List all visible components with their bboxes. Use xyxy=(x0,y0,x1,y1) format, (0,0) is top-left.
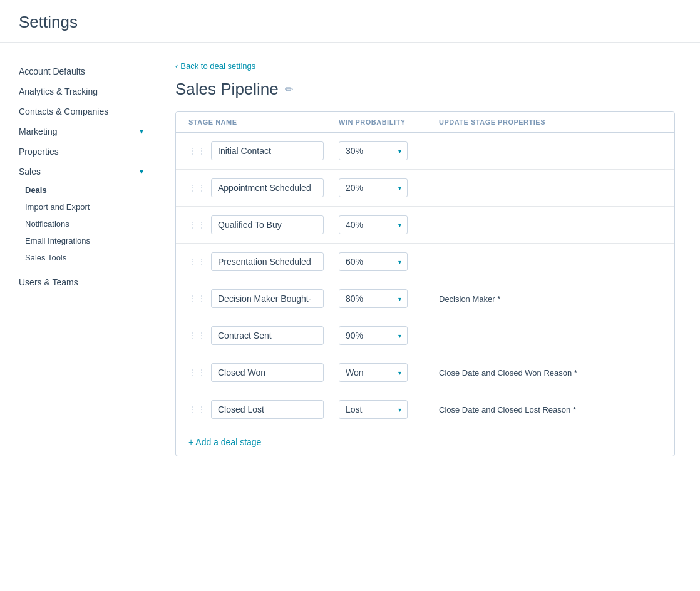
stage-name-input[interactable] xyxy=(211,252,324,271)
stage-name-input[interactable] xyxy=(211,326,324,345)
col-stage-name: STAGE NAME xyxy=(188,118,339,126)
sidebar-item-account-defaults[interactable]: Account Defaults xyxy=(13,61,150,81)
sidebar: Account Defaults Analytics & Tracking Co… xyxy=(0,43,150,590)
table-row: ⋮⋮ 40% ▾ xyxy=(176,207,674,244)
chevron-down-icon: ▾ xyxy=(140,127,143,136)
win-probability-cell: 90% ▾ xyxy=(339,326,439,345)
win-probability-cell: Lost ▾ xyxy=(339,400,439,419)
win-probability-cell: 40% ▾ xyxy=(339,215,439,234)
table-header: STAGE NAME WIN PROBABILITY UPDATE STAGE … xyxy=(176,112,674,133)
table-row: ⋮⋮ 20% ▾ xyxy=(176,170,674,207)
pipeline-table: STAGE NAME WIN PROBABILITY UPDATE STAGE … xyxy=(175,111,675,456)
stage-name-input[interactable] xyxy=(211,400,324,419)
sidebar-item-sales[interactable]: Sales ▾ xyxy=(13,162,150,182)
app-title: Settings xyxy=(19,13,681,32)
table-row: ⋮⋮ 90% ▾ xyxy=(176,317,674,354)
probability-select[interactable]: 90% xyxy=(339,326,408,345)
add-stage-link[interactable]: + Add a deal stage xyxy=(188,437,261,447)
edit-icon[interactable]: ✏ xyxy=(285,83,293,95)
drag-handle-icon[interactable]: ⋮⋮ xyxy=(188,257,206,267)
sidebar-sub-item-sales-tools[interactable]: Sales Tools xyxy=(13,249,150,266)
table-row: ⋮⋮ 60% ▾ xyxy=(176,244,674,280)
drag-handle-icon[interactable]: ⋮⋮ xyxy=(188,404,206,414)
sidebar-item-marketing[interactable]: Marketing ▾ xyxy=(13,121,150,141)
table-row: ⋮⋮ Won ▾ Close Date and Closed Won Reaso… xyxy=(176,354,674,391)
stage-name-input[interactable] xyxy=(211,363,324,382)
chevron-down-icon: ▾ xyxy=(140,167,143,176)
probability-select[interactable]: Won xyxy=(339,363,408,382)
probability-select-wrapper: 30% ▾ xyxy=(339,141,408,160)
probability-select[interactable]: Lost xyxy=(339,400,408,419)
sidebar-sub-item-email-integrations[interactable]: Email Integrations xyxy=(13,232,150,249)
stage-name-cell: ⋮⋮ xyxy=(188,363,339,382)
table-row: ⋮⋮ 80% ▾ Decision Maker * xyxy=(176,280,674,317)
win-probability-cell: Won ▾ xyxy=(339,363,439,382)
sidebar-sub-item-deals[interactable]: Deals xyxy=(13,182,150,198)
stage-name-cell: ⋮⋮ xyxy=(188,400,339,419)
sidebar-item-analytics-tracking[interactable]: Analytics & Tracking xyxy=(13,81,150,101)
stage-name-input[interactable] xyxy=(211,141,324,160)
probability-select-wrapper: 80% ▾ xyxy=(339,289,408,308)
sidebar-sub-item-notifications[interactable]: Notifications xyxy=(13,215,150,232)
stage-name-input[interactable] xyxy=(211,289,324,308)
add-stage-row: + Add a deal stage xyxy=(176,428,674,456)
sidebar-item-contacts-companies[interactable]: Contacts & Companies xyxy=(13,101,150,121)
drag-handle-icon[interactable]: ⋮⋮ xyxy=(188,183,206,193)
main-content: ‹ Back to deal settings Sales Pipeline ✏… xyxy=(150,43,700,590)
stage-name-cell: ⋮⋮ xyxy=(188,215,339,234)
win-probability-cell: 20% ▾ xyxy=(339,178,439,197)
page-title-row: Sales Pipeline ✏ xyxy=(175,80,675,99)
sidebar-item-users-teams[interactable]: Users & Teams xyxy=(13,272,150,292)
probability-select-wrapper: 60% ▾ xyxy=(339,252,408,271)
probability-select[interactable]: 20% xyxy=(339,178,408,197)
stage-name-cell: ⋮⋮ xyxy=(188,141,339,160)
stage-name-cell: ⋮⋮ xyxy=(188,252,339,271)
stage-name-cell: ⋮⋮ xyxy=(188,289,339,308)
win-probability-cell: 30% ▾ xyxy=(339,141,439,160)
stage-name-input[interactable] xyxy=(211,178,324,197)
col-win-probability: WIN PROBABILITY xyxy=(339,118,439,126)
back-link[interactable]: ‹ Back to deal settings xyxy=(175,61,675,71)
stage-name-cell: ⋮⋮ xyxy=(188,178,339,197)
table-row: ⋮⋮ 30% ▾ xyxy=(176,133,674,170)
stage-properties: Decision Maker * xyxy=(439,294,662,304)
stage-properties: Close Date and Closed Lost Reason * xyxy=(439,405,662,414)
stage-properties: Close Date and Closed Won Reason * xyxy=(439,368,662,378)
sidebar-sub-item-import-export[interactable]: Import and Export xyxy=(13,198,150,215)
drag-handle-icon[interactable]: ⋮⋮ xyxy=(188,146,206,156)
drag-handle-icon[interactable]: ⋮⋮ xyxy=(188,367,206,378)
chevron-left-icon: ‹ xyxy=(175,61,178,71)
drag-handle-icon[interactable]: ⋮⋮ xyxy=(188,294,206,304)
probability-select[interactable]: 40% xyxy=(339,215,408,234)
page-title: Sales Pipeline xyxy=(175,80,279,99)
stage-name-cell: ⋮⋮ xyxy=(188,326,339,345)
probability-select-wrapper: 40% ▾ xyxy=(339,215,408,234)
probability-select-wrapper: Lost ▾ xyxy=(339,400,408,419)
probability-select-wrapper: Won ▾ xyxy=(339,363,408,382)
sidebar-item-properties[interactable]: Properties xyxy=(13,141,150,162)
probability-select-wrapper: 90% ▾ xyxy=(339,326,408,345)
probability-select[interactable]: 30% xyxy=(339,141,408,160)
win-probability-cell: 60% ▾ xyxy=(339,252,439,271)
probability-select-wrapper: 20% ▾ xyxy=(339,178,408,197)
table-row: ⋮⋮ Lost ▾ Close Date and Closed Lost Rea… xyxy=(176,391,674,428)
probability-select[interactable]: 80% xyxy=(339,289,408,308)
drag-handle-icon[interactable]: ⋮⋮ xyxy=(188,331,206,341)
win-probability-cell: 80% ▾ xyxy=(339,289,439,308)
col-update-stage-props: UPDATE STAGE PROPERTIES xyxy=(439,118,662,126)
stage-name-input[interactable] xyxy=(211,215,324,234)
add-stage-label: + Add a deal stage xyxy=(188,437,261,447)
drag-handle-icon[interactable]: ⋮⋮ xyxy=(188,220,206,230)
probability-select[interactable]: 60% xyxy=(339,252,408,271)
